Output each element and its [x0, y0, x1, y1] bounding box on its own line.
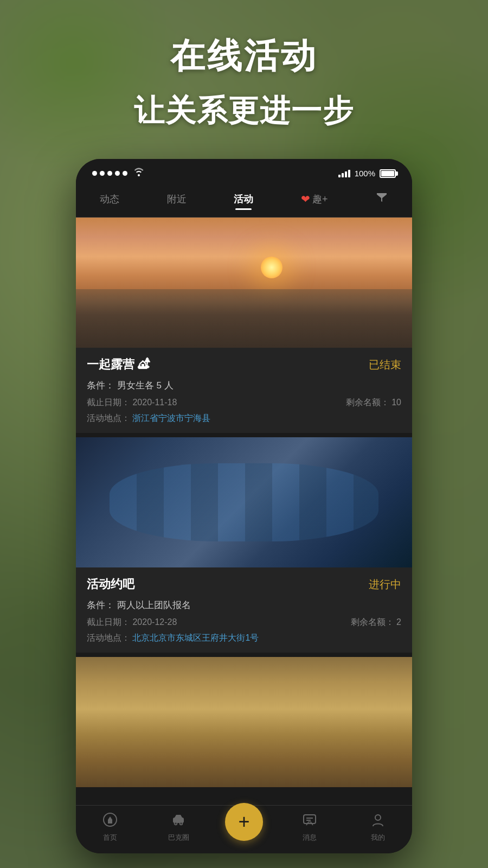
status-bar-right: 100% [338, 169, 396, 178]
scroll-content[interactable]: 一起露营 🏕 已结束 条件： 男女生各 5 人 截止日期： 2020-11-18 [76, 218, 412, 805]
card-meetup-location: 活动地点： 北京北京市东城区王府井大街1号 [87, 633, 401, 644]
bar3 [345, 171, 347, 177]
nav-messages[interactable]: 消息 [288, 812, 331, 843]
battery-fill [381, 171, 394, 176]
card-meetup-date-row: 截止日期： 2020-12-28 剩余名额： 2 [87, 617, 401, 628]
bar4 [348, 170, 350, 177]
svg-rect-2 [108, 820, 112, 824]
tab-filter[interactable] [364, 189, 399, 209]
tab-qu-content: ❤ 趣+ [301, 193, 328, 206]
card-meetup-info: 活动约吧 进行中 条件： 两人以上团队报名 截止日期： 2020-12-28 [76, 567, 412, 653]
signal-dot-2 [100, 171, 105, 176]
sunset-image [76, 218, 412, 348]
status-bar: 100% [76, 159, 412, 183]
card-camping-date-row: 截止日期： 2020-11-18 剩余名额： 10 [87, 397, 401, 409]
signal-dots [92, 171, 127, 176]
card-third [76, 657, 412, 787]
svg-point-9 [375, 815, 381, 820]
nav-tabs: 动态 附近 活动 ❤ 趣+ [76, 183, 412, 218]
battery-percentage: 100% [355, 169, 375, 178]
card-meetup-title: 活动约吧 [87, 576, 134, 592]
card-third-image [76, 657, 412, 787]
tab-fujin[interactable]: 附近 [156, 190, 197, 208]
nav-profile[interactable]: 我的 [356, 812, 400, 843]
bar2 [342, 173, 344, 177]
factory-image [76, 437, 412, 567]
card-meetup-title-row: 活动约吧 进行中 [87, 576, 401, 592]
signal-dot-5 [123, 171, 127, 176]
svg-point-4 [175, 822, 177, 825]
card-meetup-location-link[interactable]: 北京北京市东城区王府井大街1号 [132, 633, 259, 642]
card-meetup: 活动约吧 进行中 条件： 两人以上团队报名 截止日期： 2020-12-28 [76, 437, 412, 653]
status-bar-left [92, 168, 145, 179]
card-camping-location: 活动地点： 浙江省宁波市宁海县 [87, 413, 401, 424]
svg-marker-1 [108, 816, 112, 820]
card-camping-title: 一起露营 🏕 [87, 356, 150, 373]
tab-qu[interactable]: ❤ 趣+ [290, 190, 339, 208]
card-camping-image [76, 218, 412, 348]
card-camping-location-link[interactable]: 浙江省宁波市宁海县 [132, 413, 210, 423]
nav-bakeqian-label: 巴克圈 [168, 833, 189, 843]
filter-icon [375, 193, 388, 207]
signal-bars-icon [338, 170, 350, 177]
nav-add-button[interactable]: + [225, 803, 263, 841]
card-camping-info: 一起露营 🏕 已结束 条件： 男女生各 5 人 截止日期： 2020-11-18 [76, 348, 412, 433]
heart-icon: ❤ [301, 193, 310, 206]
tab-dongtai[interactable]: 动态 [89, 190, 130, 208]
water-image [76, 657, 412, 787]
header-line1: 在线活动 [134, 33, 354, 80]
home-icon [102, 812, 118, 831]
card-camping-quota: 剩余名额： 10 [346, 397, 401, 409]
person-icon [370, 812, 386, 831]
card-camping-status: 已结束 [369, 358, 401, 372]
bar1 [338, 175, 341, 177]
nav-home[interactable]: 首页 [88, 812, 132, 843]
svg-point-5 [180, 822, 183, 825]
nav-bakeqian[interactable]: 巴克圈 [157, 812, 200, 843]
bottom-nav: 首页 巴克圈 + [76, 805, 412, 853]
signal-dot-4 [115, 171, 120, 176]
card-camping: 一起露营 🏕 已结束 条件： 男女生各 5 人 截止日期： 2020-11-18 [76, 218, 412, 433]
tab-huodong[interactable]: 活动 [223, 190, 264, 208]
car-icon [171, 812, 186, 831]
signal-dot-3 [107, 171, 112, 176]
card-meetup-date: 截止日期： 2020-12-28 [87, 617, 177, 628]
card-camping-date: 截止日期： 2020-11-18 [87, 397, 177, 409]
card-meetup-status: 进行中 [369, 577, 401, 592]
header-line2: 让关系更进一步 [134, 91, 354, 132]
nav-profile-label: 我的 [371, 833, 385, 843]
card-meetup-condition: 条件： 两人以上团队报名 [87, 599, 401, 611]
battery-icon [380, 169, 396, 178]
main-content: 在线活动 让关系更进一步 [0, 0, 488, 868]
card-camping-title-row: 一起露营 🏕 已结束 [87, 356, 401, 373]
plus-icon: + [238, 812, 249, 832]
wifi-icon [133, 168, 145, 179]
card-meetup-image [76, 437, 412, 567]
nav-messages-label: 消息 [303, 833, 317, 843]
signal-dot-1 [92, 171, 97, 176]
nav-home-label: 首页 [103, 833, 117, 843]
header-section: 在线活动 让关系更进一步 [134, 33, 354, 132]
message-icon [302, 812, 317, 831]
card-meetup-quota: 剩余名额： 2 [351, 617, 401, 628]
phone-mockup: 100% 动态 附近 活动 ❤ 趣+ [76, 159, 412, 853]
card-camping-condition: 条件： 男女生各 5 人 [87, 379, 401, 392]
